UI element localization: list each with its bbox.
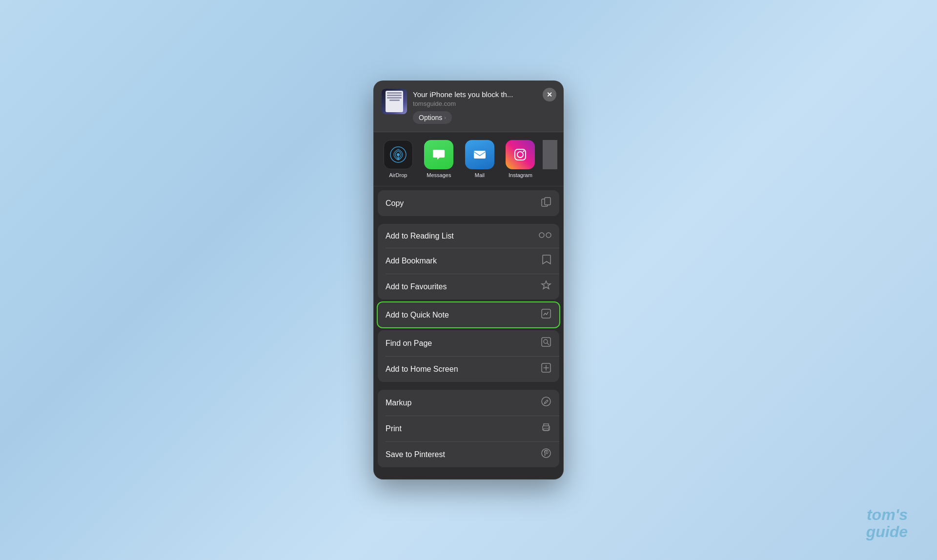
share-thumbnail — [382, 89, 407, 114]
menu-item-copy[interactable]: Copy — [378, 190, 559, 216]
app-icon-instagram[interactable]: Instagram — [502, 140, 539, 178]
group-copy: Copy — [378, 190, 559, 216]
watermark-line1: tom's — [866, 506, 908, 523]
options-button[interactable]: Options › — [413, 111, 452, 124]
reading-list-label: Add to Reading List — [386, 232, 454, 240]
app-icons-row: AirDrop Messages Mail — [380, 140, 557, 178]
menu-item-quick-note-wrapper: Add to Quick Note — [377, 301, 560, 328]
menu-item-quick-note[interactable]: Add to Quick Note — [377, 301, 560, 328]
svg-point-1 — [397, 153, 400, 156]
star-icon — [541, 280, 551, 293]
svg-point-10 — [539, 233, 544, 238]
svg-rect-9 — [545, 198, 550, 205]
menu-item-find-on-page[interactable]: Find on Page — [378, 330, 559, 356]
menu-item-add-home-screen[interactable]: Add to Home Screen — [378, 356, 559, 382]
share-header: Your iPhone lets you block th... tomsgui… — [374, 81, 563, 133]
pinterest-label: Save to Pinterest — [386, 450, 445, 459]
copy-label: Copy — [386, 199, 404, 208]
menu-item-bookmark[interactable]: Add Bookmark — [378, 248, 559, 274]
share-sheet-container: Your iPhone lets you block th... tomsgui… — [373, 80, 564, 480]
app-icon-messages[interactable]: Messages — [421, 140, 458, 178]
svg-point-22 — [549, 427, 550, 428]
pinterest-icon — [541, 448, 551, 461]
app-icons-section: AirDrop Messages Mail — [374, 132, 563, 186]
group-markup: Markup Print — [378, 390, 559, 467]
bookmark-label: Add Bookmark — [386, 257, 437, 265]
print-icon — [541, 422, 551, 435]
svg-point-11 — [546, 233, 551, 238]
bookmark-icon — [542, 254, 551, 267]
menu-item-favourites[interactable]: Add to Favourites — [378, 274, 559, 300]
mail-label: Mail — [475, 172, 485, 178]
menu-item-markup[interactable]: Markup — [378, 390, 559, 416]
print-label: Print — [386, 424, 402, 433]
copy-icon — [541, 197, 551, 210]
messages-label: Messages — [427, 172, 451, 178]
app-icon-more[interactable] — [543, 140, 557, 169]
share-info: Your iPhone lets you block th... tomsgui… — [413, 90, 555, 124]
svg-rect-4 — [474, 151, 486, 159]
add-home-screen-label: Add to Home Screen — [386, 365, 458, 374]
markup-label: Markup — [386, 399, 411, 407]
svg-point-6 — [517, 152, 523, 158]
group-find: Find on Page Add to Home Screen — [378, 330, 559, 382]
svg-point-19 — [542, 397, 550, 406]
share-domain: tomsguide.com — [413, 100, 555, 107]
group-reading: Add to Reading List Add Bookmark Add — [378, 224, 559, 300]
airdrop-label: AirDrop — [389, 172, 407, 178]
find-on-page-label: Find on Page — [386, 339, 432, 348]
reading-list-icon — [539, 230, 551, 241]
find-icon — [541, 337, 551, 350]
add-home-screen-icon — [541, 362, 551, 376]
all-items-container: Copy Add to Reading List — [374, 186, 563, 479]
watermark-line2: guide — [866, 523, 908, 540]
app-icon-airdrop[interactable]: AirDrop — [380, 140, 417, 178]
chevron-right-icon: › — [444, 115, 446, 120]
instagram-label: Instagram — [509, 172, 532, 178]
menu-item-reading-list[interactable]: Add to Reading List — [378, 224, 559, 248]
menu-item-pinterest[interactable]: Save to Pinterest — [378, 441, 559, 467]
svg-point-7 — [523, 151, 525, 152]
svg-line-15 — [547, 343, 549, 345]
close-button[interactable]: ✕ — [543, 88, 556, 101]
menu-item-print[interactable]: Print — [378, 416, 559, 441]
quick-note-label: Add to Quick Note — [386, 311, 449, 320]
markup-icon — [541, 396, 551, 409]
toms-guide-watermark: tom's guide — [866, 506, 908, 540]
share-title: Your iPhone lets you block th... — [413, 90, 555, 100]
quick-note-icon — [541, 308, 551, 321]
favourites-label: Add to Favourites — [386, 282, 447, 291]
app-icon-mail[interactable]: Mail — [461, 140, 498, 178]
